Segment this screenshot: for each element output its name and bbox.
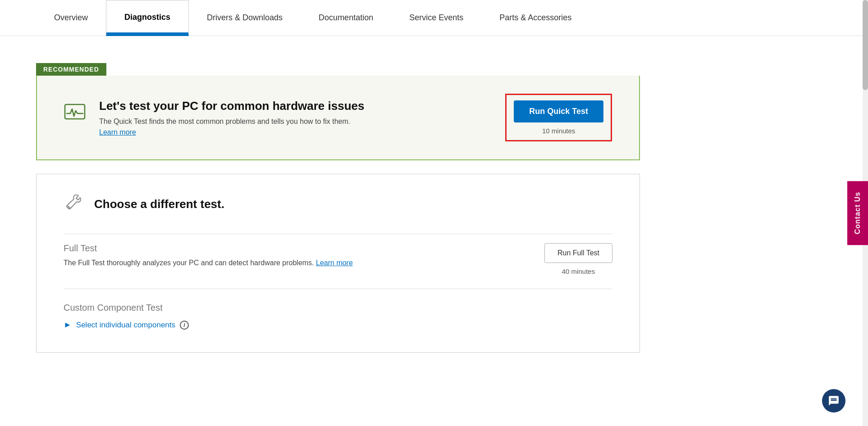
quick-test-time: 10 minutes	[542, 127, 575, 135]
chat-button[interactable]	[822, 389, 845, 412]
full-test-info: Full Test The Full Test thoroughly analy…	[64, 243, 353, 267]
full-test-row: Full Test The Full Test thoroughly analy…	[64, 243, 612, 275]
select-components-link[interactable]: Select individual components	[76, 321, 175, 330]
select-components-row: ► Select individual components i	[64, 320, 612, 330]
choose-test-card: Choose a different test. Full Test The F…	[36, 174, 640, 353]
full-test-section: Full Test The Full Test thoroughly analy…	[64, 234, 612, 284]
contact-us-button[interactable]: Contact Us	[847, 181, 868, 245]
recommended-title: Let's test your PC for common hardware i…	[99, 99, 364, 113]
choose-test-title: Choose a different test.	[94, 197, 224, 211]
full-test-name: Full Test	[64, 243, 353, 254]
nav-item-overview[interactable]: Overview	[36, 0, 106, 36]
wrench-icon	[64, 192, 83, 216]
recommended-learn-more-link[interactable]: Learn more	[99, 128, 136, 136]
recommended-badge: RECOMMENDED	[36, 63, 106, 76]
nav-item-parts[interactable]: Parts & Accessories	[481, 0, 589, 36]
custom-test-section: Custom Component Test ► Select individua…	[64, 289, 612, 334]
run-full-test-button[interactable]: Run Full Test	[544, 243, 612, 263]
main-content: RECOMMENDED Let's test your PC for commo…	[0, 36, 676, 393]
full-test-description: The Full Test thoroughly analyzes your P…	[64, 259, 353, 267]
recommended-text: Let's test your PC for common hardware i…	[99, 99, 364, 136]
custom-test-name: Custom Component Test	[64, 303, 612, 313]
run-quick-test-wrapper: Run Quick Test 10 minutes	[505, 94, 612, 141]
full-test-learn-more-link[interactable]: Learn more	[316, 259, 353, 267]
recommended-card: Let's test your PC for common hardware i…	[36, 76, 640, 160]
chevron-right-icon: ►	[64, 320, 72, 330]
run-quick-test-button[interactable]: Run Quick Test	[514, 100, 603, 122]
choose-card-header: Choose a different test.	[64, 192, 612, 216]
nav-item-diagnostics[interactable]: Diagnostics	[106, 0, 189, 36]
recommended-section: RECOMMENDED Let's test your PC for commo…	[36, 63, 640, 160]
svg-rect-0	[65, 104, 85, 119]
full-test-time: 40 minutes	[562, 267, 595, 275]
info-icon[interactable]: i	[180, 321, 189, 330]
run-full-test-wrapper: Run Full Test 40 minutes	[544, 243, 612, 275]
scrollbar-thumb[interactable]	[863, 0, 868, 90]
top-navigation: Overview Diagnostics Drivers & Downloads…	[0, 0, 868, 36]
recommended-card-content: Let's test your PC for common hardware i…	[64, 99, 364, 136]
chat-icon	[828, 395, 840, 407]
pulse-icon	[64, 101, 86, 127]
nav-item-documentation[interactable]: Documentation	[301, 0, 391, 36]
nav-item-service-events[interactable]: Service Events	[391, 0, 481, 36]
nav-item-drivers[interactable]: Drivers & Downloads	[189, 0, 301, 36]
recommended-description: The Quick Test finds the most common pro…	[99, 118, 364, 126]
